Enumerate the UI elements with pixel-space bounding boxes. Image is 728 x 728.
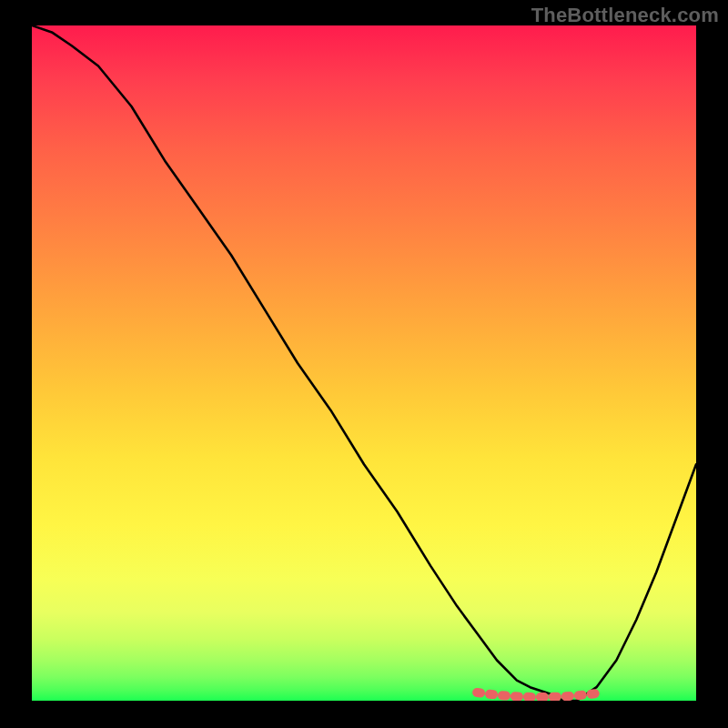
watermark-text: TheBottleneck.com	[531, 4, 719, 27]
chart-svg	[32, 25, 696, 701]
bottleneck-curve	[32, 25, 696, 701]
good-region-line	[477, 693, 603, 697]
chart-frame: TheBottleneck.com	[0, 0, 728, 728]
plot-area	[32, 25, 696, 701]
